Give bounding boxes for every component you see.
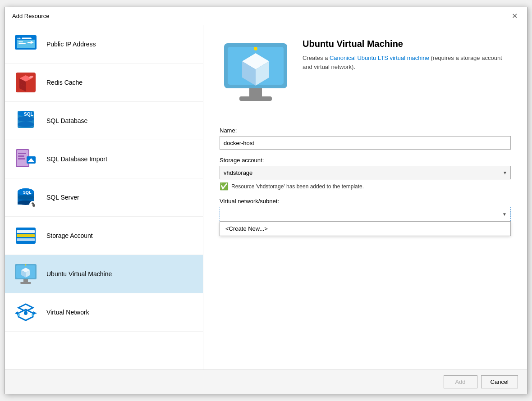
- storage-icon: [12, 222, 39, 249]
- dialog-footer: Add Cancel: [5, 369, 527, 394]
- list-item-public-ip-label: Public IP Address: [46, 41, 96, 48]
- list-item-ubuntu-vm[interactable]: Ubuntu Virtual Machine: [5, 255, 203, 293]
- storage-label: Storage account:: [220, 157, 511, 164]
- svg-rect-41: [17, 238, 35, 241]
- add-resource-dialog: Add Resource ✕: [5, 7, 527, 394]
- svg-rect-26: [18, 155, 24, 157]
- ubuntu-vm-big-icon: [220, 39, 292, 111]
- sql-db-icon: SQL: [12, 107, 39, 134]
- storage-select-wrap: vhdstorage ▼: [220, 166, 511, 179]
- list-item-vnet-label: Virtual Network: [46, 309, 89, 316]
- right-panel: Ubuntu Virtual Machine Creates a Canonic…: [203, 25, 527, 369]
- storage-success-text: Resource 'vhdstorage' has been added to …: [231, 183, 364, 190]
- public-ip-icon: [12, 31, 39, 58]
- svg-rect-39: [17, 230, 35, 233]
- resource-title: Ubuntu Virtual Machine: [303, 39, 511, 49]
- list-item-redis-cache[interactable]: Redis Cache: [5, 64, 203, 102]
- resource-header: Ubuntu Virtual Machine Creates a Canonic…: [220, 39, 511, 111]
- list-item-storage-account[interactable]: Storage Account: [5, 217, 203, 255]
- list-item-sql-db-label: SQL Database: [46, 117, 87, 124]
- resource-info: Ubuntu Virtual Machine Creates a Canonic…: [303, 39, 511, 71]
- list-item-virtual-network[interactable]: Virtual Network: [5, 293, 203, 332]
- desc-pre: Creates a: [303, 55, 330, 61]
- svg-rect-49: [20, 282, 31, 284]
- svg-rect-48: [23, 279, 28, 282]
- sql-server-icon: SQL: [12, 184, 39, 211]
- svg-point-20: [18, 116, 34, 122]
- svg-point-3: [18, 38, 19, 39]
- list-item-sql-server[interactable]: SQL SQL Server: [5, 178, 203, 217]
- svg-rect-66: [249, 88, 262, 96]
- vnet-dropdown-wrap: ▼: [220, 207, 511, 221]
- dialog-title: Add Resource: [12, 13, 49, 19]
- vnet-label: Virtual network/subnet:: [220, 198, 511, 205]
- svg-rect-5: [22, 38, 32, 39]
- left-panel: Public IP Address: [5, 25, 203, 369]
- svg-rect-7: [18, 43, 26, 44]
- list-item-sql-database[interactable]: SQL SQL Database: [5, 102, 203, 140]
- ubuntu-vm-icon: [12, 260, 39, 287]
- svg-point-4: [19, 38, 21, 39]
- svg-point-53: [24, 311, 28, 315]
- list-item-ubuntu-label: Ubuntu Virtual Machine: [46, 270, 112, 278]
- list-item-public-ip[interactable]: Public IP Address: [5, 25, 203, 64]
- svg-point-68: [254, 47, 257, 50]
- desc-link[interactable]: Canonical Ubuntu LTS virtual machine: [330, 55, 429, 61]
- vnet-icon: [12, 299, 39, 326]
- list-item-redis-label: Redis Cache: [46, 79, 83, 86]
- list-item-storage-label: Storage Account: [46, 232, 93, 239]
- cancel-button[interactable]: Cancel: [481, 375, 518, 388]
- storage-success-msg: ✅ Resource 'vhdstorage' has been added t…: [220, 182, 511, 191]
- list-item-sql-import[interactable]: SQL Database Import: [5, 140, 203, 178]
- success-icon: ✅: [220, 182, 229, 191]
- svg-point-37: [32, 204, 35, 207]
- svg-text:SQL: SQL: [23, 190, 32, 195]
- name-input[interactable]: [220, 136, 511, 150]
- svg-point-50: [25, 264, 27, 266]
- form-section: Name: Storage account: vhdstorage ▼ ✅ Re…: [220, 127, 511, 236]
- sql-import-icon: [12, 146, 39, 173]
- svg-rect-40: [17, 234, 35, 237]
- close-button[interactable]: ✕: [509, 11, 520, 22]
- list-item-sql-import-label: SQL Database Import: [46, 155, 107, 163]
- svg-rect-6: [18, 41, 23, 42]
- name-label: Name:: [220, 127, 511, 134]
- svg-rect-25: [18, 153, 26, 154]
- list-item-sql-server-label: SQL Server: [46, 194, 79, 201]
- svg-point-33: [18, 195, 34, 200]
- create-new-option[interactable]: <Create New...>: [220, 222, 510, 236]
- svg-rect-27: [18, 158, 25, 159]
- svg-point-21: [18, 122, 34, 127]
- resource-list: Public IP Address: [5, 25, 203, 369]
- vnet-select[interactable]: [220, 207, 510, 221]
- resource-description: Creates a Canonical Ubuntu LTS virtual m…: [303, 54, 511, 71]
- add-button[interactable]: Add: [444, 375, 477, 388]
- svg-text:SQL: SQL: [24, 112, 33, 117]
- storage-select[interactable]: vhdstorage: [220, 166, 511, 179]
- redis-icon: [12, 69, 39, 96]
- svg-rect-67: [239, 96, 272, 101]
- title-bar: Add Resource ✕: [5, 7, 527, 25]
- dialog-body: Public IP Address: [5, 25, 527, 369]
- vnet-dropdown-options: <Create New...>: [220, 221, 511, 236]
